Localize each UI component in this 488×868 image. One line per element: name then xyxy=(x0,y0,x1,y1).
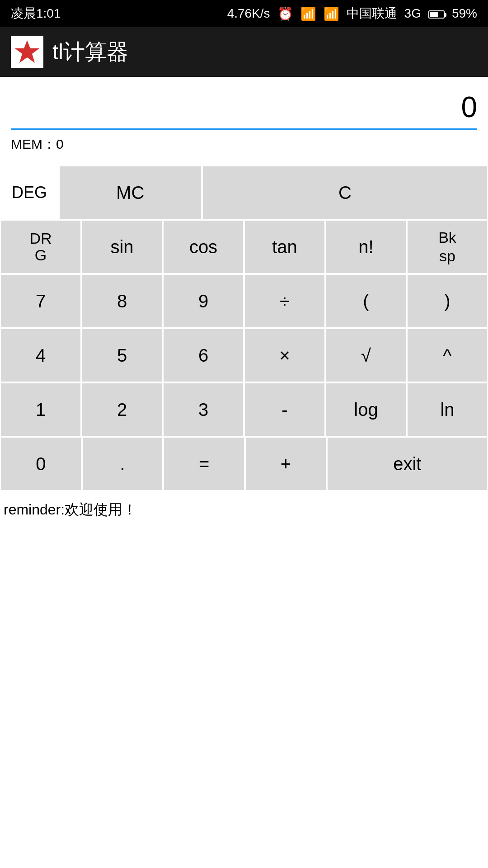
display-value[interactable] xyxy=(11,86,477,130)
three-button[interactable]: 3 xyxy=(163,382,244,437)
row-789: 7 8 9 ÷ ( ) xyxy=(0,274,488,328)
row-0-exit: 0 . = + exit xyxy=(0,437,488,491)
sin-button[interactable]: sin xyxy=(81,220,163,274)
seven-button[interactable]: 7 xyxy=(0,274,81,328)
row-456: 4 5 6 × √ ^ xyxy=(0,328,488,382)
two-button[interactable]: 2 xyxy=(81,382,163,437)
four-button[interactable]: 4 xyxy=(0,328,81,382)
status-network-type: 3G xyxy=(404,6,421,21)
lparen-button[interactable]: ( xyxy=(325,274,407,328)
one-button[interactable]: 1 xyxy=(0,382,81,437)
ln-button[interactable]: ln xyxy=(407,382,488,437)
cos-button[interactable]: cos xyxy=(163,220,244,274)
div-button[interactable]: ÷ xyxy=(244,274,325,328)
status-time: 凌晨1:01 xyxy=(11,5,61,22)
row-trig: DRG sin cos tan n! Bksp xyxy=(0,220,488,274)
zero-button[interactable]: 0 xyxy=(0,437,82,491)
pow-button[interactable]: ^ xyxy=(407,328,488,382)
tan-button[interactable]: tan xyxy=(244,220,325,274)
plus-button[interactable]: + xyxy=(245,437,327,491)
row-123: 1 2 3 - log ln xyxy=(0,382,488,437)
status-right: 4.76K/s ⏰ 📶 📶 中国联通 3G 59% xyxy=(227,5,477,22)
log-button[interactable]: log xyxy=(325,382,407,437)
nfact-button[interactable]: n! xyxy=(325,220,407,274)
mem-display: MEM：0 xyxy=(11,135,477,161)
mc-button[interactable]: MC xyxy=(59,165,202,220)
five-button[interactable]: 5 xyxy=(81,328,163,382)
eight-button[interactable]: 8 xyxy=(81,274,163,328)
app-title: tl计算器 xyxy=(52,38,128,66)
status-network-speed: 4.76K/s xyxy=(227,6,270,21)
sqrt-button[interactable]: √ xyxy=(325,328,407,382)
status-bar: 凌晨1:01 4.76K/s ⏰ 📶 📶 中国联通 3G 59% xyxy=(0,0,488,27)
reminder: reminder:欢迎使用！ xyxy=(0,491,488,520)
svg-marker-0 xyxy=(15,40,39,63)
nine-button[interactable]: 9 xyxy=(163,274,244,328)
status-carrier: 中国联通 xyxy=(347,5,397,22)
dot-button[interactable]: . xyxy=(82,437,164,491)
display-area: MEM：0 xyxy=(0,77,488,161)
bksp-button[interactable]: Bksp xyxy=(407,220,488,274)
six-button[interactable]: 6 xyxy=(163,328,244,382)
drg-button[interactable]: DRG xyxy=(0,220,81,274)
signal-icon: 📶 xyxy=(324,6,339,21)
app-logo xyxy=(11,36,43,68)
deg-label: DEG xyxy=(0,165,59,220)
c-button[interactable]: C xyxy=(202,165,488,220)
wifi-icon: 📶 xyxy=(300,6,316,21)
eq-button[interactable]: = xyxy=(163,437,245,491)
exit-button[interactable]: exit xyxy=(327,437,488,491)
row-deg-mc-c: DEG MC C xyxy=(0,165,488,220)
title-bar: tl计算器 xyxy=(0,27,488,77)
mul-button[interactable]: × xyxy=(244,328,325,382)
status-left: 凌晨1:01 xyxy=(11,5,61,22)
battery-icon xyxy=(428,6,445,21)
status-battery: 59% xyxy=(452,6,477,21)
minus-button[interactable]: - xyxy=(244,382,325,437)
calc-grid: DEG MC C DRG sin cos tan n! Bksp 7 8 9 ÷… xyxy=(0,161,488,491)
alarm-icon: ⏰ xyxy=(277,6,293,21)
rparen-button[interactable]: ) xyxy=(407,274,488,328)
